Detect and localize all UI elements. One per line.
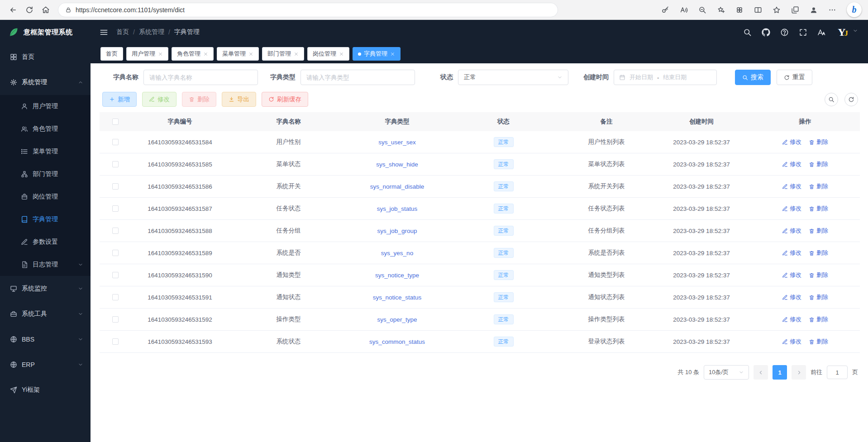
sidebar-item-system-mgmt[interactable]: 系统管理: [0, 70, 91, 95]
sidebar-item-system-monitor[interactable]: 系统监控: [0, 276, 91, 301]
sidebar-item-menu-mgmt[interactable]: 菜单管理: [0, 140, 91, 163]
favorites-bar-icon[interactable]: [771, 4, 782, 16]
delete-row-link[interactable]: 删除: [809, 293, 828, 301]
breadcrumb-item[interactable]: 系统管理: [139, 28, 164, 36]
edit-row-link[interactable]: 修改: [782, 182, 801, 190]
page-size-select[interactable]: 10条/页: [704, 365, 749, 380]
edit-row-link[interactable]: 修改: [782, 249, 801, 257]
edit-row-link[interactable]: 修改: [782, 204, 801, 213]
row-checkbox[interactable]: [112, 205, 119, 212]
row-checkbox[interactable]: [112, 294, 119, 300]
edit-row-link[interactable]: 修改: [782, 271, 801, 279]
dict-type-link[interactable]: sys_job_group: [377, 228, 417, 234]
font-size-icon[interactable]: [817, 28, 826, 37]
sidebar-item-user-mgmt[interactable]: 用户管理: [0, 95, 91, 118]
goto-page-input[interactable]: [827, 366, 848, 379]
tab-user-mgmt[interactable]: 用户管理: [126, 47, 168, 61]
row-checkbox[interactable]: [112, 272, 119, 278]
next-page-button[interactable]: [792, 365, 806, 380]
dict-type-link[interactable]: sys_notice_status: [373, 294, 421, 301]
edit-row-link[interactable]: 修改: [782, 160, 801, 168]
more-options-icon[interactable]: [826, 4, 838, 16]
edit-row-link[interactable]: 修改: [782, 293, 801, 301]
sidebar-item-dept-mgmt[interactable]: 部门管理: [0, 163, 91, 185]
back-icon[interactable]: [6, 3, 20, 17]
tab-dept-mgmt[interactable]: 部门管理: [262, 47, 304, 61]
tab-close-icon[interactable]: [339, 52, 344, 57]
bing-icon[interactable]: b: [847, 2, 862, 17]
dict-type-link[interactable]: sys_yes_no: [381, 250, 413, 257]
password-key-icon[interactable]: [659, 4, 671, 16]
sidebar-item-post-mgmt[interactable]: 岗位管理: [0, 185, 91, 208]
edit-button[interactable]: 修改: [142, 92, 176, 107]
tab-close-icon[interactable]: [390, 52, 395, 57]
select-all-checkbox[interactable]: [112, 119, 119, 125]
delete-row-link[interactable]: 删除: [809, 138, 828, 146]
fullscreen-icon[interactable]: [799, 28, 807, 37]
edit-row-link[interactable]: 修改: [782, 138, 801, 146]
prev-page-button[interactable]: [754, 365, 768, 380]
help-icon[interactable]: [780, 28, 789, 37]
search-icon[interactable]: [743, 28, 752, 37]
tab-dict-mgmt[interactable]: 字典管理: [353, 47, 401, 61]
row-checkbox[interactable]: [112, 250, 119, 256]
row-checkbox[interactable]: [112, 183, 119, 190]
extensions-icon[interactable]: [734, 4, 745, 16]
zoom-out-icon[interactable]: [696, 4, 708, 16]
reset-button[interactable]: 重置: [777, 70, 812, 85]
github-icon[interactable]: [762, 28, 770, 37]
profile-avatar-icon[interactable]: [808, 4, 820, 16]
add-favorite-icon[interactable]: [715, 4, 727, 16]
sidebar-item-yi-framework[interactable]: Yi框架: [0, 377, 91, 403]
row-checkbox[interactable]: [112, 139, 119, 145]
delete-row-link[interactable]: 删除: [809, 227, 828, 235]
add-button[interactable]: 新增: [102, 92, 137, 107]
tab-close-icon[interactable]: [248, 52, 253, 57]
refresh-table-button[interactable]: [844, 93, 858, 106]
breadcrumb-item[interactable]: 首页: [116, 28, 129, 36]
collections-icon[interactable]: [789, 4, 801, 16]
read-aloud-icon[interactable]: [678, 4, 690, 16]
delete-row-link[interactable]: 删除: [809, 271, 828, 279]
row-checkbox[interactable]: [112, 316, 119, 323]
dict-type-link[interactable]: sys_normal_disable: [370, 183, 424, 190]
row-checkbox[interactable]: [112, 338, 119, 345]
export-button[interactable]: 导出: [222, 92, 256, 107]
status-select[interactable]: 正常: [458, 70, 568, 85]
dict-name-input[interactable]: [143, 70, 258, 85]
sidebar-item-home[interactable]: 首页: [0, 44, 91, 70]
delete-button[interactable]: 删除: [182, 92, 216, 107]
dict-type-link[interactable]: sys_common_status: [369, 338, 425, 345]
delete-row-link[interactable]: 删除: [809, 337, 828, 346]
date-range-picker[interactable]: 开始日期 - 结束日期: [614, 70, 717, 85]
sidebar-item-erp[interactable]: ERP: [0, 352, 91, 377]
tab-menu-mgmt[interactable]: 菜单管理: [217, 47, 259, 61]
sidebar-item-param-settings[interactable]: 参数设置: [0, 231, 91, 253]
delete-row-link[interactable]: 删除: [809, 182, 828, 190]
tab-post-mgmt[interactable]: 岗位管理: [307, 47, 349, 61]
row-checkbox[interactable]: [112, 161, 119, 167]
tab-role-mgmt[interactable]: 角色管理: [172, 47, 214, 61]
tab-close-icon[interactable]: [158, 52, 163, 57]
dict-type-link[interactable]: sys_show_hide: [376, 161, 418, 168]
split-screen-icon[interactable]: [752, 4, 764, 16]
tab-close-icon[interactable]: [203, 52, 208, 57]
dict-type-link[interactable]: sys_user_sex: [378, 139, 416, 146]
dict-type-link[interactable]: sys_notice_type: [375, 272, 419, 279]
edit-row-link[interactable]: 修改: [782, 315, 801, 323]
current-page-button[interactable]: 1: [773, 365, 787, 380]
sidebar-item-dict-mgmt[interactable]: 字典管理: [0, 208, 91, 231]
edit-row-link[interactable]: 修改: [782, 227, 801, 235]
delete-row-link[interactable]: 删除: [809, 204, 828, 213]
search-button[interactable]: 搜索: [735, 70, 771, 85]
home-icon[interactable]: [39, 3, 52, 17]
dict-type-link[interactable]: sys_oper_type: [377, 316, 417, 323]
collapse-menu-icon[interactable]: [100, 28, 108, 37]
tab-home[interactable]: 首页: [100, 47, 123, 61]
row-checkbox[interactable]: [112, 228, 119, 234]
delete-row-link[interactable]: 删除: [809, 249, 828, 257]
address-bar[interactable]: https://ccnetcore.com:1101/system/dict: [58, 3, 558, 17]
dict-type-link[interactable]: sys_job_status: [377, 205, 417, 212]
sidebar-item-log-mgmt[interactable]: 日志管理: [0, 253, 91, 276]
sidebar-item-role-mgmt[interactable]: 角色管理: [0, 118, 91, 140]
